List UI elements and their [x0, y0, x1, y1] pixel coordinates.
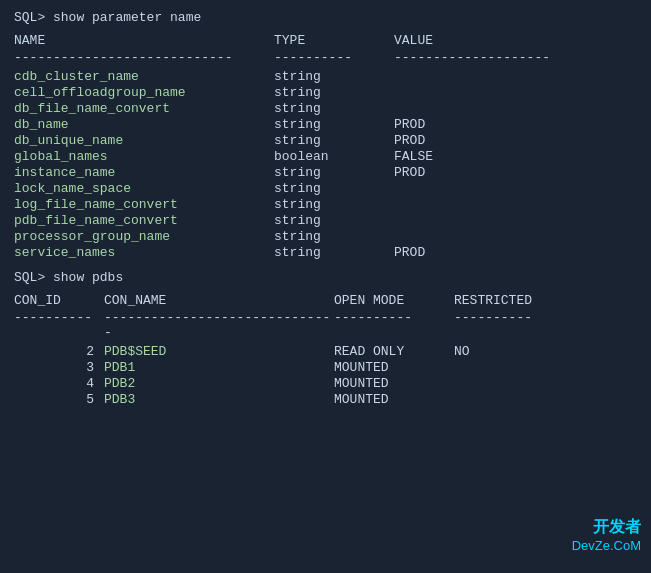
prompt-2: SQL> show pdbs	[14, 270, 637, 285]
pdb-row-conid: 2	[14, 344, 104, 359]
param-row: cdb_cluster_namestring	[14, 69, 637, 84]
param-row: lock_name_spacestring	[14, 181, 637, 196]
param-row: global_namesbooleanFALSE	[14, 149, 637, 164]
param-row-name: db_file_name_convert	[14, 101, 274, 116]
pdb-div-mode: ----------	[334, 310, 454, 340]
pdb-row: 3PDB1MOUNTED	[14, 360, 637, 375]
header-value: VALUE	[394, 33, 433, 48]
pdb-table-header: CON_ID CON_NAME OPEN MODE RESTRICTED	[14, 293, 637, 308]
param-row: db_unique_namestringPROD	[14, 133, 637, 148]
pdb-div-id: ----------	[14, 310, 104, 340]
pdb-row-restricted: NO	[454, 344, 470, 359]
divider-value: --------------------	[394, 50, 550, 65]
prompt-1: SQL> show parameter name	[14, 10, 637, 25]
param-row-type: string	[274, 117, 394, 132]
param-row-value: FALSE	[394, 149, 433, 164]
pdb-rows: 2PDB$SEEDREAD ONLYNO3PDB1MOUNTED4PDB2MOU…	[14, 344, 637, 407]
param-row-name: lock_name_space	[14, 181, 274, 196]
param-row-value: PROD	[394, 245, 425, 260]
pdb-row: 2PDB$SEEDREAD ONLYNO	[14, 344, 637, 359]
param-row: processor_group_namestring	[14, 229, 637, 244]
pdb-row-conid: 5	[14, 392, 104, 407]
pdb-row-conid: 4	[14, 376, 104, 391]
pdb-row-conname: PDB1	[104, 360, 334, 375]
watermark-line1: 开发者	[572, 517, 641, 538]
param-row-name: processor_group_name	[14, 229, 274, 244]
param-row-type: string	[274, 85, 394, 100]
param-row-value: PROD	[394, 165, 425, 180]
param-row: db_file_name_convertstring	[14, 101, 637, 116]
pdb-header-conid: CON_ID	[14, 293, 104, 308]
param-row-name: instance_name	[14, 165, 274, 180]
pdb-header-restricted: RESTRICTED	[454, 293, 532, 308]
pdb-row-openmode: MOUNTED	[334, 376, 454, 391]
param-row-value: PROD	[394, 117, 425, 132]
pdb-row-openmode: READ ONLY	[334, 344, 454, 359]
pdb-row-conname: PDB$SEED	[104, 344, 334, 359]
pdb-div-name: ------------------------------	[104, 310, 334, 340]
pdb-row: 5PDB3MOUNTED	[14, 392, 637, 407]
param-row-name: global_names	[14, 149, 274, 164]
divider-type: ----------	[274, 50, 394, 65]
param-row: cell_offloadgroup_namestring	[14, 85, 637, 100]
pdb-row: 4PDB2MOUNTED	[14, 376, 637, 391]
param-row-name: cdb_cluster_name	[14, 69, 274, 84]
pdb-row-conname: PDB2	[104, 376, 334, 391]
watermark-line2: DevZe.CoM	[572, 538, 641, 553]
param-row-name: pdb_file_name_convert	[14, 213, 274, 228]
param-row-type: string	[274, 69, 394, 84]
param-row-type: string	[274, 229, 394, 244]
param-row-type: string	[274, 165, 394, 180]
header-name: NAME	[14, 33, 274, 48]
divider-name: ----------------------------	[14, 50, 274, 65]
pdb-row-openmode: MOUNTED	[334, 392, 454, 407]
param-divider: ---------------------------- ---------- …	[14, 50, 637, 65]
pdb-header-openmode: OPEN MODE	[334, 293, 454, 308]
param-row-type: string	[274, 245, 394, 260]
param-table-header: NAME TYPE VALUE	[14, 33, 637, 48]
param-row: service_namesstringPROD	[14, 245, 637, 260]
pdb-row-conname: PDB3	[104, 392, 334, 407]
param-row-type: string	[274, 101, 394, 116]
pdb-row-openmode: MOUNTED	[334, 360, 454, 375]
param-row-value: PROD	[394, 133, 425, 148]
prompt-text-1: SQL> show parameter name	[14, 10, 201, 25]
param-row-type: string	[274, 133, 394, 148]
pdb-row-conid: 3	[14, 360, 104, 375]
pdb-div-restricted: ----------	[454, 310, 532, 340]
watermark: 开发者 DevZe.CoM	[572, 517, 641, 553]
param-row-type: string	[274, 213, 394, 228]
terminal: SQL> show parameter name NAME TYPE VALUE…	[14, 10, 637, 407]
prompt-text-2: SQL> show pdbs	[14, 270, 123, 285]
pdb-divider: ---------- -----------------------------…	[14, 310, 637, 340]
header-type: TYPE	[274, 33, 394, 48]
param-row-name: log_file_name_convert	[14, 197, 274, 212]
pdb-header-conname: CON_NAME	[104, 293, 334, 308]
param-row: db_namestringPROD	[14, 117, 637, 132]
param-row-type: boolean	[274, 149, 394, 164]
param-rows: cdb_cluster_namestringcell_offloadgroup_…	[14, 69, 637, 260]
param-row-name: service_names	[14, 245, 274, 260]
param-row-name: cell_offloadgroup_name	[14, 85, 274, 100]
param-row-name: db_name	[14, 117, 274, 132]
param-row-type: string	[274, 181, 394, 196]
param-row-name: db_unique_name	[14, 133, 274, 148]
param-row: instance_namestringPROD	[14, 165, 637, 180]
param-row: log_file_name_convertstring	[14, 197, 637, 212]
param-row-type: string	[274, 197, 394, 212]
param-row: pdb_file_name_convertstring	[14, 213, 637, 228]
